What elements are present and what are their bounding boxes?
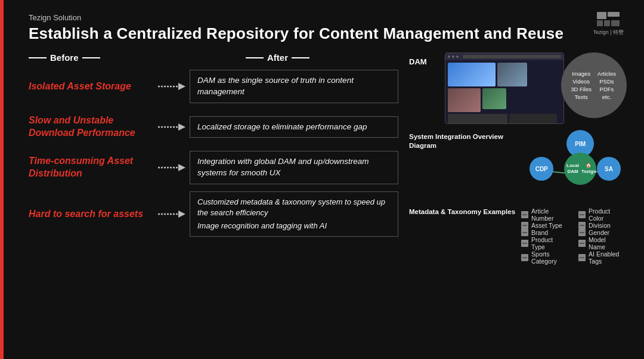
arrow-4 bbox=[154, 208, 190, 221]
svg-rect-4 bbox=[611, 20, 620, 26]
browser-img-4 bbox=[482, 88, 506, 109]
meta-icon-4 bbox=[521, 240, 528, 247]
after-box-1: DAM as the single source of truth in con… bbox=[190, 70, 398, 103]
meta-label-model-name: Model Name bbox=[589, 236, 624, 250]
logo-area: Tezign | 特赞 bbox=[593, 11, 624, 36]
arrow-icon-3 bbox=[157, 161, 187, 174]
node-cdp: CDP bbox=[530, 157, 553, 181]
meta-label-division: Division bbox=[589, 222, 611, 229]
meta-label-article-number: Article Number bbox=[531, 208, 566, 222]
meta-icon-7 bbox=[578, 222, 586, 229]
asset-type-articles: Articles bbox=[596, 70, 617, 77]
browser-content bbox=[445, 60, 564, 124]
meta-item-brand: Brand bbox=[521, 229, 566, 236]
section-label: Tezign Solution bbox=[29, 13, 624, 22]
browser-img-1 bbox=[448, 63, 496, 86]
logo-text: Tezign | 特赞 bbox=[593, 29, 624, 36]
asset-type-etc: etc. bbox=[596, 94, 617, 100]
meta-icon-3 bbox=[521, 229, 528, 236]
after-box-4-line2: Image recognition and tagging with AI bbox=[197, 221, 391, 231]
meta-label-product-type: Product Type bbox=[531, 236, 566, 250]
browser-img-2 bbox=[497, 63, 527, 86]
metadata-label: Metadata & Taxonomy Examples bbox=[409, 208, 515, 216]
row-3: Time-consuming Asset Distribution Integr… bbox=[29, 150, 398, 185]
svg-rect-3 bbox=[604, 20, 610, 26]
page-title: Establish a Centralized Repository for C… bbox=[29, 24, 624, 43]
after-box-3: Integration with global DAM and up/downs… bbox=[190, 151, 398, 184]
meta-icon-10 bbox=[578, 254, 586, 261]
meta-icon-9 bbox=[578, 240, 586, 247]
meta-item-sports-category: Sports Category bbox=[521, 250, 566, 265]
browser-dot-2 bbox=[452, 55, 454, 58]
meta-label-product-color: Product Color bbox=[589, 208, 624, 222]
system-integration-diagram: PIM Local DAM🏠 Tezign CDP SA bbox=[527, 130, 624, 202]
arrow-2 bbox=[154, 120, 190, 134]
asset-type-psds: PSDs bbox=[596, 78, 617, 85]
cloud-circle: Images Articles Videos PSDs 3D Files PDF… bbox=[561, 52, 627, 118]
svg-rect-0 bbox=[597, 12, 606, 19]
meta-item-product-color: Product Color bbox=[578, 208, 624, 222]
svg-marker-8 bbox=[178, 211, 185, 218]
svg-rect-2 bbox=[597, 20, 603, 26]
browser-img-3 bbox=[448, 88, 481, 112]
arrow-1 bbox=[154, 80, 190, 93]
row-4: Hard to search for assets Customized met… bbox=[29, 190, 398, 238]
tezign-logo-icon bbox=[597, 11, 620, 27]
before-item-1: Isolated Asset Storage bbox=[29, 81, 154, 93]
before-item-3: Time-consuming Asset Distribution bbox=[29, 155, 154, 180]
row-2: Slow and Unstable Download Performance L… bbox=[29, 109, 398, 145]
content-area: Before After Isolated Asset Storage bbox=[29, 52, 624, 265]
meta-label-asset-type: Asset Type bbox=[531, 222, 562, 229]
asset-type-cloud: Images Articles Videos PSDs 3D Files PDF… bbox=[552, 47, 630, 124]
meta-item-division: Division bbox=[578, 222, 624, 229]
metadata-section: Metadata & Taxonomy Examples Article Num… bbox=[409, 208, 624, 265]
dam-visual: Images Articles Videos PSDs 3D Files PDF… bbox=[445, 52, 624, 124]
node-local-dam: Local DAM🏠 Tezign bbox=[564, 153, 596, 185]
system-integration-label: System Integration Overview Diagram bbox=[409, 132, 521, 150]
before-item-2: Slow and Unstable Download Performance bbox=[29, 114, 154, 140]
asset-type-images: Images bbox=[571, 70, 592, 77]
meta-item-gender: Gender bbox=[578, 229, 624, 236]
meta-icon-8 bbox=[578, 229, 586, 236]
arrow-icon-4 bbox=[157, 208, 187, 221]
svg-marker-5 bbox=[178, 83, 185, 90]
before-item-4: Hard to search for assets bbox=[29, 208, 154, 221]
cloud-items: Images Articles Videos PSDs 3D Files PDF… bbox=[571, 70, 617, 100]
browser-dot-1 bbox=[448, 55, 450, 58]
asset-type-pdfs: PDFs bbox=[596, 86, 617, 92]
dam-section: DAM bbox=[409, 52, 624, 124]
meta-col2: Product Color Division Gender Model bbox=[578, 208, 624, 265]
asset-type-videos: Videos bbox=[571, 78, 592, 85]
line-before-right bbox=[82, 57, 100, 58]
svg-rect-1 bbox=[608, 12, 620, 17]
after-box-4-line1: Customized metadata & taxonomy system to… bbox=[197, 197, 391, 218]
meta-icon-1 bbox=[521, 211, 528, 218]
browser-bar bbox=[445, 53, 564, 60]
main-container: Tezign | 特赞 Tezign Solution Establish a … bbox=[12, 0, 640, 359]
meta-col1: Article Number Asset Type Brand Pro bbox=[521, 208, 566, 265]
meta-label-gender: Gender bbox=[589, 229, 609, 236]
meta-item-model-name: Model Name bbox=[578, 236, 624, 250]
accent-bar bbox=[0, 0, 4, 359]
browser-dot-3 bbox=[456, 55, 459, 58]
right-diagrams: DAM bbox=[409, 52, 624, 265]
line-before-left bbox=[29, 57, 47, 58]
metadata-grid: Article Number Asset Type Brand Pro bbox=[521, 208, 624, 265]
dam-label: DAM bbox=[409, 57, 439, 66]
meta-icon-2 bbox=[521, 222, 528, 229]
meta-item-product-type: Product Type bbox=[521, 236, 566, 250]
before-header: Before bbox=[29, 52, 190, 63]
browser-nav-2 bbox=[509, 114, 557, 124]
node-sa: SA bbox=[597, 157, 621, 181]
meta-label-brand: Brand bbox=[531, 229, 548, 236]
svg-marker-6 bbox=[178, 123, 185, 131]
meta-item-article-number: Article Number bbox=[521, 208, 566, 222]
meta-icon-5 bbox=[521, 254, 528, 261]
arrow-3 bbox=[154, 161, 190, 174]
arrow-icon-2 bbox=[157, 120, 187, 134]
ba-headers: Before After bbox=[29, 52, 398, 63]
meta-label-sports-category: Sports Category bbox=[531, 250, 566, 265]
before-after-section: Before After Isolated Asset Storage bbox=[29, 52, 398, 265]
browser-mockup bbox=[445, 52, 564, 124]
after-header: After bbox=[225, 52, 398, 63]
